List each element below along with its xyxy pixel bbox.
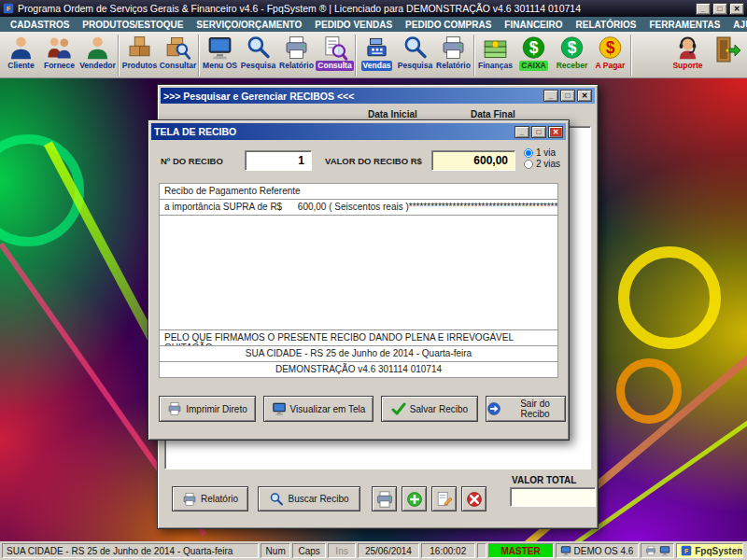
products-icon — [126, 35, 153, 61]
toolbar-button-a-pagar[interactable]: A Pagar — [591, 33, 629, 71]
toolbar-label-vendedor: Vendedor — [78, 61, 118, 71]
monitor-icon — [659, 545, 670, 556]
valor-recibo-field[interactable]: 600,00 — [431, 150, 515, 171]
relatorio-button-label: Relatório — [201, 494, 238, 504]
toolbar-button-pesquisa-vendas[interactable]: Pesquisa — [396, 33, 434, 71]
toolbar-button-relatorio-vendas[interactable]: Relatório — [434, 33, 472, 71]
app-icon — [3, 3, 14, 14]
toolbar-label-suporte: Suporte — [670, 61, 704, 71]
menu-ferramentas[interactable]: FERRAMENTAS — [642, 20, 726, 30]
seller-icon — [84, 35, 111, 61]
menu-servico-orcamento[interactable]: SERVIÇO/ORÇAMENTO — [190, 20, 308, 30]
search-icon — [269, 492, 284, 507]
radio-2-vias[interactable]: 2 vias — [524, 159, 560, 169]
menubar: CADASTROS PRODUTOS/ESTOQUE SERVIÇO/ORÇAM… — [0, 17, 747, 32]
toolbar-button-produtos[interactable]: Produtos — [120, 33, 159, 71]
minimize-button[interactable]: _ — [514, 126, 529, 138]
toolbar-button-menu-os[interactable]: Menu OS — [201, 33, 239, 71]
cancel-icon — [465, 490, 484, 509]
toolbar-separator — [118, 35, 120, 76]
sales-icon — [363, 35, 390, 61]
toolbar-button-pesquisa-os[interactable]: Pesquisa — [239, 33, 277, 71]
numero-recibo-field[interactable]: 1 — [245, 150, 312, 171]
app-titlebar[interactable]: Programa Ordem de Serviços Gerais & Fina… — [0, 0, 747, 17]
add-icon — [405, 490, 424, 509]
query-icon — [321, 35, 348, 61]
recibo-line-cidade-data[interactable]: SUA CIDADE - RS 25 de Junho de 2014 - Qu… — [159, 345, 558, 362]
toolbar-button-vendas[interactable]: Vendas — [358, 33, 396, 71]
service-order-icon — [206, 35, 233, 61]
close-button[interactable]: ✕ — [548, 126, 563, 138]
buscar-recibo-button[interactable]: Buscar Recibo — [258, 486, 360, 511]
print-button[interactable] — [372, 486, 397, 511]
status-tray — [641, 543, 674, 558]
recibo-line-referente[interactable]: Recibo de Pagamento Referente — [159, 183, 558, 200]
toolbar: Cliente Fornece Vendedor Produtos Consul… — [0, 32, 747, 78]
toolbar-button-suporte[interactable]: Suporte — [669, 33, 707, 71]
exit-door-icon — [711, 35, 742, 64]
toolbar-separator — [198, 35, 200, 76]
toolbar-button-sair[interactable] — [707, 33, 745, 64]
toolbar-button-relatorio-os[interactable]: Relatório — [277, 33, 316, 71]
menu-cadastros[interactable]: CADASTROS — [4, 20, 76, 30]
valor-total-field[interactable] — [510, 487, 596, 507]
toolbar-button-financas[interactable]: Finanças — [476, 33, 514, 71]
search-icon — [245, 35, 272, 61]
recibo-line-empty[interactable] — [159, 215, 558, 330]
recibo-line-quitacao[interactable]: PELO QUE FIRMAMOS O PRESENTE RECIBO DAND… — [159, 329, 558, 346]
toolbar-button-vendedor[interactable]: Vendedor — [78, 33, 117, 71]
add-button[interactable] — [402, 486, 427, 511]
menu-ajuda[interactable]: AJUDA — [726, 20, 747, 30]
close-button[interactable]: ✕ — [577, 90, 592, 102]
radio-1-via-label: 1 via — [536, 147, 556, 158]
menu-pedido-compras[interactable]: PEDIDO COMPRAS — [399, 20, 498, 30]
application-window: Programa Ordem de Serviços Gerais & Fina… — [0, 0, 747, 560]
salvar-recibo-button[interactable]: Salvar Recibo — [381, 396, 478, 422]
status-version: DEMO OS 4.6 — [556, 543, 640, 558]
status-brand: FpqSystem — [676, 543, 743, 558]
toolbar-button-consultar[interactable]: Consultar — [159, 33, 197, 71]
imprimir-direto-label: Imprimir Direto — [186, 404, 247, 414]
relatorio-button[interactable]: Relatório — [172, 486, 248, 511]
visualizar-em-tela-button[interactable]: Visualizar em Tela — [263, 396, 374, 422]
toolbar-button-cliente[interactable]: Cliente — [2, 33, 40, 71]
toolbar-button-fornecedor[interactable]: Fornece — [40, 33, 78, 71]
recibos-window-titlebar[interactable]: >>> Pesquisar e Gerenciar RECIBOS <<< _ … — [161, 88, 595, 104]
menu-produtos-estoque[interactable]: PRODUTOS/ESTOQUE — [76, 20, 190, 30]
cancel-button[interactable] — [461, 486, 486, 511]
radio-1-via-input[interactable] — [524, 148, 533, 158]
radio-2-vias-label: 2 vias — [536, 159, 560, 169]
radio-2-vias-input[interactable] — [524, 160, 533, 169]
toolbar-label-cliente: Cliente — [6, 61, 35, 71]
close-button[interactable]: ✕ — [729, 3, 744, 15]
app-title: Programa Ordem de Serviços Gerais & Fina… — [18, 3, 692, 14]
maximize-button[interactable]: □ — [560, 90, 575, 102]
menu-financeiro[interactable]: FINANCEIRO — [498, 20, 569, 30]
recibo-dialog: TELA DE RECIBO _ □ ✕ Nº DO RECIBO 1 VALO… — [148, 119, 570, 441]
maximize-button[interactable]: □ — [712, 3, 727, 15]
minimize-button[interactable]: _ — [696, 3, 711, 15]
print-icon — [375, 490, 394, 509]
supplier-icon — [46, 35, 73, 61]
toolbar-separator — [355, 35, 357, 76]
menu-pedido-vendas[interactable]: PEDIDO VENDAS — [308, 20, 399, 30]
imprimir-direto-button[interactable]: Imprimir Direto — [159, 396, 256, 422]
menu-relatorios[interactable]: RELATÓRIOS — [570, 20, 643, 30]
edit-button[interactable] — [431, 486, 457, 511]
sair-do-recibo-button[interactable]: Sair do Recibo — [486, 396, 566, 422]
recibo-dialog-titlebar[interactable]: TELA DE RECIBO _ □ ✕ — [151, 123, 566, 140]
toolbar-button-receber[interactable]: Receber — [553, 33, 591, 71]
report-icon — [440, 35, 467, 61]
recibo-line-importancia[interactable]: a importância SUPRA de R$ 600,00 ( Seisc… — [159, 199, 558, 216]
radio-1-via[interactable]: 1 via — [524, 147, 560, 158]
status-num-lock: Num — [261, 543, 290, 558]
recibo-dialog-buttons: Imprimir Direto Visualizar em Tela Salva… — [159, 396, 558, 422]
minimize-button[interactable]: _ — [543, 90, 558, 102]
statusbar: SUA CIDADE - RS 25 de Junho de 2014 - Qu… — [0, 541, 747, 560]
maximize-button[interactable]: □ — [531, 126, 546, 138]
recibo-line-demonstracao[interactable]: DEMONSTRAÇÃO v4.6 301114 010714 — [159, 361, 558, 378]
toolbar-button-consulta[interactable]: Consulta — [316, 33, 354, 71]
toolbar-button-caixa[interactable]: CAIXA — [514, 33, 553, 71]
salvar-recibo-label: Salvar Recibo — [410, 404, 468, 414]
toolbar-label-fornecedor: Fornece — [42, 61, 77, 71]
